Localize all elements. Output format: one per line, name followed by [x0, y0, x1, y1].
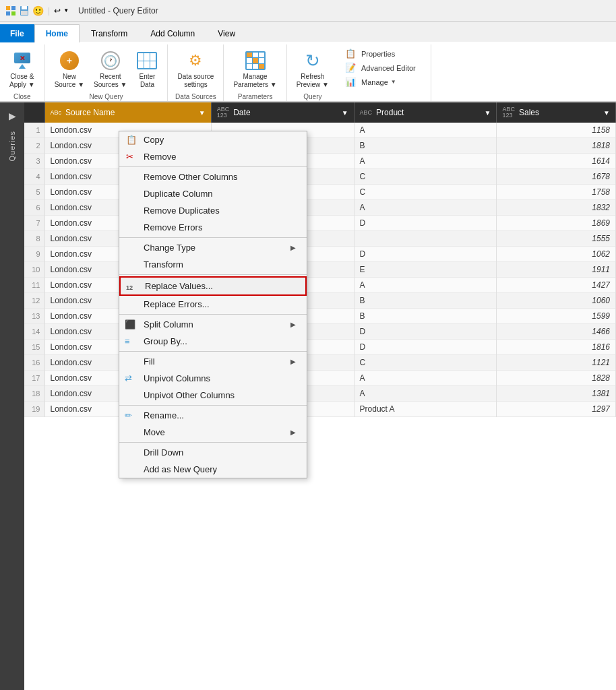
table-row: 9 London.csv D 1062 — [24, 247, 616, 262]
ctx-divider-drill-down — [119, 442, 307, 443]
enter-data-label: EnterData — [140, 73, 156, 89]
ctx-item-remove-other[interactable]: Remove Other Columns — [119, 168, 307, 185]
ctx-label-replace-errors: Replace Errors... — [144, 299, 210, 309]
cell-product-15: D — [354, 340, 497, 355]
ctx-item-group-by[interactable]: ≡ Group By... — [119, 333, 307, 350]
row-num-10: 10 — [24, 262, 44, 278]
table-row: 7 London.csv D 1869 — [24, 216, 616, 231]
tab-home[interactable]: Home — [34, 24, 80, 42]
col-filter-product[interactable]: ▼ — [485, 109, 491, 117]
col-header-product[interactable]: ABC Product ▼ — [354, 102, 497, 123]
row-num-4: 4 — [24, 169, 44, 185]
close-apply-icon-top: ✕ — [14, 53, 30, 63]
recent-sources-label: RecentSources ▼ — [94, 73, 127, 89]
row-num-7: 7 — [24, 216, 44, 231]
table-row: 19 London.csv 11/18/2016 Product A 1297 — [24, 402, 616, 417]
ctx-item-transform[interactable]: Transform — [119, 256, 307, 273]
tab-file[interactable]: File — [0, 24, 34, 42]
arrow-up-icon — [19, 64, 26, 69]
cell-sales-7: 1869 — [497, 216, 616, 231]
ctx-submenu-arrow-fill: ▶ — [290, 358, 296, 365]
cell-product-14: D — [354, 324, 497, 340]
ribbon-group-new-query: + NewSource ▼ 🕐 RecentSources ▼ — [45, 44, 168, 101]
enter-data-icon — [136, 50, 158, 71]
query-group-label: Query — [303, 92, 321, 100]
manage-label: Manage — [361, 78, 388, 86]
table-row: 18 London.csv A 1381 — [24, 386, 616, 402]
row-num-19: 19 — [24, 402, 44, 417]
advanced-editor-button[interactable]: 📝 Advanced Editor — [341, 61, 420, 74]
dropdown-arrow-icon[interactable]: ▼ — [63, 7, 69, 13]
enter-data-button[interactable]: EnterData — [132, 47, 162, 92]
ctx-label-add-new-query: Add as New Query — [144, 464, 217, 474]
col-header-product-inner: ABC Product ▼ — [360, 108, 491, 117]
ctx-item-replace-values[interactable]: 12 Replace Values... — [119, 276, 307, 296]
context-menu: 📋 Copy ✂ Remove Remove Other Columns Dup… — [119, 131, 307, 478]
recent-sources-button[interactable]: 🕐 RecentSources ▼ — [90, 47, 131, 92]
col-filter-source[interactable]: ▼ — [199, 109, 206, 117]
save-icon[interactable] — [19, 5, 30, 16]
ctx-item-replace-errors[interactable]: Replace Errors... — [119, 296, 307, 313]
ctx-item-add-new-query[interactable]: Add as New Query — [119, 461, 307, 478]
cell-product-18: A — [354, 386, 497, 402]
ribbon-group-query: ↻ RefreshPreview ▼ Query 📋 Properties 📝 … — [287, 44, 431, 101]
row-num-17: 17 — [24, 371, 44, 386]
ctx-item-rename[interactable]: ✏ Rename... — [119, 407, 307, 424]
col-label-date: Date — [233, 108, 250, 117]
ctx-item-remove[interactable]: ✂ Remove — [119, 148, 307, 165]
tab-view[interactable]: View — [206, 24, 247, 42]
ctx-label-remove-dups: Remove Duplicates — [144, 206, 220, 216]
col-header-date[interactable]: ABC123 Date ▼ — [211, 102, 354, 123]
ctx-item-unpivot[interactable]: ⇄ Unpivot Columns — [119, 370, 307, 387]
ctx-item-remove-errors[interactable]: Remove Errors — [119, 219, 307, 236]
ctx-item-duplicate[interactable]: Duplicate Column — [119, 185, 307, 202]
properties-button[interactable]: 📋 Properties — [341, 47, 420, 60]
ribbon-group-parameters: ManageParameters ▼ Parameters — [224, 44, 286, 101]
cell-product-5: C — [354, 185, 497, 200]
ctx-item-move[interactable]: Move ▶ — [119, 424, 307, 441]
ribbon-right-small-buttons: 📋 Properties 📝 Advanced Editor 📊 Manage … — [336, 44, 425, 91]
ribbon-group-close: ✕ Close &Apply ▼ Close — [0, 44, 45, 101]
sidebar-expand-button[interactable]: ▶ — [6, 108, 19, 124]
col-filter-sales[interactable]: ▼ — [603, 109, 610, 117]
cell-product-19: Product A — [354, 402, 497, 417]
refresh-preview-label: RefreshPreview ▼ — [297, 73, 329, 89]
ctx-item-split-column[interactable]: ⬛ Split Column ▶ — [119, 316, 307, 333]
recent-sources-icon: 🕐 — [100, 50, 121, 71]
table-row: 8 London.csv 1555 — [24, 231, 616, 247]
refresh-preview-button[interactable]: ↻ RefreshPreview ▼ — [292, 47, 333, 92]
new-source-button[interactable]: + NewSource ▼ — [51, 47, 88, 92]
title-bar-title: Untitled - Query Editor — [78, 6, 158, 15]
undo-icon[interactable]: ↩ — [54, 6, 61, 15]
manage-button[interactable]: 📊 Manage ▼ — [341, 75, 420, 88]
ctx-item-fill[interactable]: Fill ▶ — [119, 353, 307, 370]
ctx-item-unpivot-other[interactable]: Unpivot Other Columns — [119, 387, 307, 404]
table-row: 13 London.csv B 1599 — [24, 309, 616, 324]
col-header-source-name[interactable]: ABc Source Name ▼ — [44, 102, 211, 123]
tab-add-column[interactable]: Add Column — [139, 24, 206, 42]
cell-product-9: D — [354, 247, 497, 262]
table-row: 15 London.csv D 1816 — [24, 340, 616, 355]
tab-transform[interactable]: Transform — [80, 24, 139, 42]
svg-rect-0 — [6, 6, 10, 10]
ribbon-group-buttons-data-sources: ⚙ Data sourcesettings — [173, 44, 218, 92]
ctx-item-remove-dups[interactable]: Remove Duplicates — [119, 202, 307, 219]
data-sources-group-label: Data Sources — [175, 92, 216, 100]
col-filter-date[interactable]: ▼ — [342, 109, 348, 117]
data-source-settings-button[interactable]: ⚙ Data sourcesettings — [173, 47, 218, 92]
table-body: 1 London.csv A 1158 2 London.csv B 1818 … — [24, 123, 616, 417]
ctx-label-remove-errors: Remove Errors — [144, 222, 202, 232]
new-source-icon: + — [59, 50, 80, 71]
ctx-label-copy: Copy — [144, 135, 164, 145]
close-apply-button[interactable]: ✕ Close &Apply ▼ — [5, 47, 39, 92]
ctx-label-fill: Fill — [144, 356, 155, 367]
queries-sidebar-label: Queries — [8, 131, 16, 162]
ctx-item-drill-down[interactable]: Drill Down — [119, 444, 307, 461]
ctx-item-copy[interactable]: 📋 Copy — [119, 131, 307, 148]
manage-params-button[interactable]: ManageParameters ▼ — [229, 47, 280, 92]
refresh-icon-visual: ↻ — [305, 51, 320, 71]
table-row: 6 London.csv A 1832 — [24, 200, 616, 216]
cell-sales-10: 1911 — [497, 262, 616, 278]
col-header-sales[interactable]: ABC123 Sales ▼ — [497, 102, 616, 123]
ctx-item-change-type[interactable]: Change Type ▶ — [119, 239, 307, 256]
